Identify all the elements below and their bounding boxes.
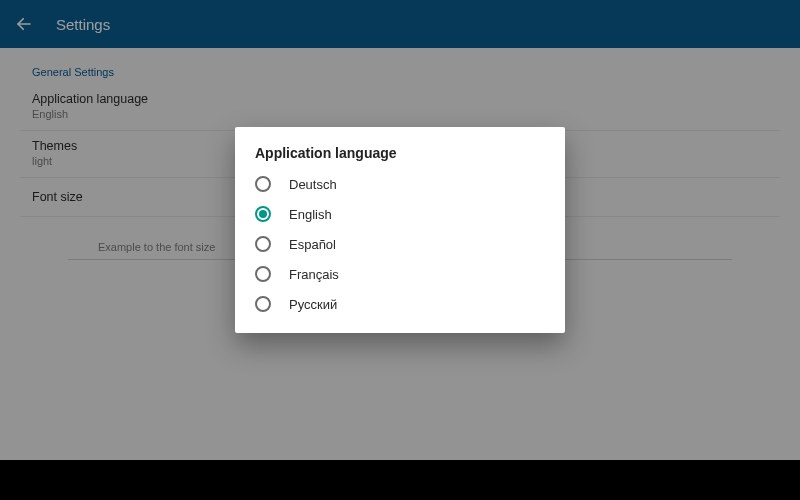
- app-screen: Settings General Settings Application la…: [0, 0, 800, 460]
- dialog-scrim[interactable]: Application language DeutschEnglishEspañ…: [0, 0, 800, 460]
- language-option-label: Français: [289, 267, 339, 282]
- language-option-label: English: [289, 207, 332, 222]
- language-option-label: Deutsch: [289, 177, 337, 192]
- language-option[interactable]: Русский: [235, 289, 565, 319]
- language-option-label: Русский: [289, 297, 337, 312]
- language-option[interactable]: Deutsch: [235, 169, 565, 199]
- radio-icon: [255, 236, 271, 252]
- language-option[interactable]: English: [235, 199, 565, 229]
- radio-icon: [255, 206, 271, 222]
- language-dialog: Application language DeutschEnglishEspañ…: [235, 127, 565, 333]
- radio-icon: [255, 266, 271, 282]
- radio-icon: [255, 296, 271, 312]
- radio-icon: [255, 176, 271, 192]
- dialog-options: DeutschEnglishEspañolFrançaisРусский: [235, 169, 565, 319]
- dialog-title: Application language: [235, 145, 565, 169]
- android-navbar: [0, 460, 800, 500]
- language-option[interactable]: Español: [235, 229, 565, 259]
- language-option[interactable]: Français: [235, 259, 565, 289]
- language-option-label: Español: [289, 237, 336, 252]
